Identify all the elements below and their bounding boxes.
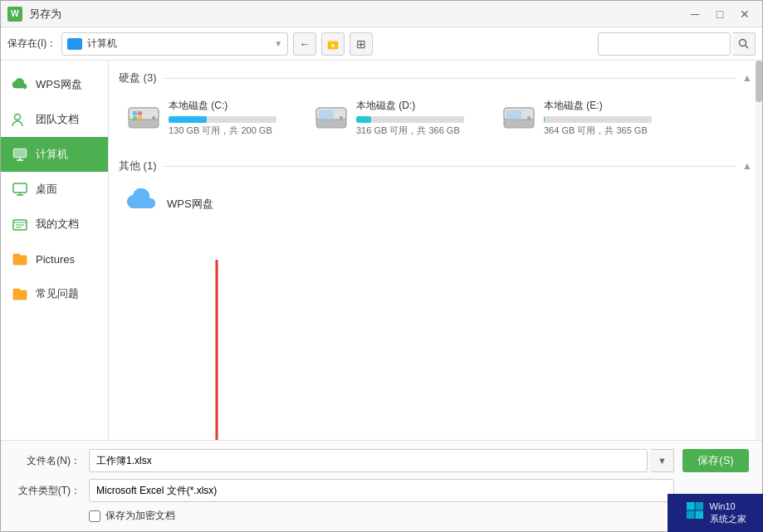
svg-point-30 bbox=[527, 116, 531, 120]
my-docs-icon bbox=[11, 215, 29, 233]
close-button[interactable]: ✕ bbox=[734, 5, 756, 23]
sidebar-label-my-docs: 我的文档 bbox=[36, 217, 79, 232]
sidebar-item-my-docs[interactable]: 我的文档 bbox=[1, 207, 108, 242]
sidebar-item-pictures[interactable]: Pictures bbox=[1, 242, 108, 276]
sidebar-item-common-issues[interactable]: 常见问题 bbox=[1, 276, 108, 311]
drive-c-bar bbox=[169, 116, 207, 123]
scrollbar-track[interactable] bbox=[756, 61, 762, 440]
location-drive-icon bbox=[67, 38, 82, 50]
svg-rect-35 bbox=[695, 502, 703, 510]
scrollbar-thumb[interactable] bbox=[756, 61, 762, 102]
drive-d-size: 316 GB 可用，共 366 GB bbox=[356, 124, 464, 137]
common-issues-folder-icon bbox=[11, 285, 29, 303]
drive-d-bar-container bbox=[356, 116, 464, 123]
sidebar-label-computer: 计算机 bbox=[36, 147, 68, 162]
drive-d-name: 本地磁盘 (D:) bbox=[356, 99, 464, 113]
sidebar-item-desktop[interactable]: 桌面 bbox=[1, 172, 108, 207]
drive-c-size: 130 GB 可用，共 200 GB bbox=[169, 124, 276, 137]
drive-e-header: 本地磁盘 (E:) 364 GB 可用，共 365 GB bbox=[501, 99, 662, 137]
filename-label: 文件名(N)： bbox=[14, 454, 81, 468]
team-icon bbox=[11, 110, 29, 129]
sidebar-item-wps-cloud[interactable]: WPS网盘 bbox=[1, 67, 108, 102]
section-collapse-icon[interactable]: ▲ bbox=[742, 72, 752, 84]
window-controls: ─ □ ✕ bbox=[684, 5, 756, 23]
sidebar-label-wps-cloud: WPS网盘 bbox=[36, 77, 82, 92]
encrypt-checkbox[interactable] bbox=[89, 510, 100, 522]
other-section-divider bbox=[164, 166, 736, 167]
filename-row: 文件名(N)： ▼ 保存(S) bbox=[14, 449, 749, 472]
drives-grid: 本地磁盘 (C:) 130 GB 可用，共 200 GB bbox=[119, 94, 752, 142]
drive-d-item[interactable]: 本地磁盘 (D:) 316 GB 可用，共 366 GB bbox=[306, 94, 481, 142]
svg-rect-1 bbox=[328, 41, 332, 42]
sidebar-label-team-docs: 团队文档 bbox=[36, 112, 79, 127]
drive-e-item[interactable]: 本地磁盘 (E:) 364 GB 可用，共 365 GB bbox=[494, 94, 668, 142]
location-dropdown[interactable]: 计算机 ▼ bbox=[61, 32, 288, 56]
drive-d-info: 本地磁盘 (D:) 316 GB 可用，共 366 GB bbox=[356, 99, 464, 137]
drive-c-info: 本地磁盘 (C:) 130 GB 可用，共 200 GB bbox=[169, 99, 276, 137]
svg-rect-23 bbox=[138, 116, 142, 120]
win10-text: Win10 系统之家 bbox=[710, 500, 746, 526]
drive-d-bar bbox=[356, 116, 371, 123]
filename-container: ▼ bbox=[89, 449, 674, 472]
filename-dropdown-arrow[interactable]: ▼ bbox=[651, 449, 674, 472]
cloud-icon bbox=[11, 76, 29, 94]
other-section-title: 其他 (1) bbox=[119, 159, 157, 173]
minimize-button[interactable]: ─ bbox=[684, 5, 706, 23]
other-section-header: 其他 (1) ▲ bbox=[119, 159, 752, 173]
location-text: 计算机 bbox=[87, 37, 269, 51]
drive-e-bar-container bbox=[544, 116, 652, 123]
sidebar-item-team-docs[interactable]: 团队文档 bbox=[1, 102, 108, 137]
save-as-dialog: W 另存为 ─ □ ✕ 保存在(I)： 计算机 ▼ ← ⊞ bbox=[0, 0, 763, 532]
drive-c-header: 本地磁盘 (C:) 130 GB 可用，共 200 GB bbox=[125, 99, 286, 137]
go-back-button[interactable]: ← bbox=[293, 32, 316, 56]
dropdown-arrow-icon: ▼ bbox=[274, 39, 282, 48]
svg-point-4 bbox=[740, 40, 746, 46]
hard-disk-section-header: 硬盘 (3) ▲ bbox=[119, 71, 752, 85]
pictures-folder-icon bbox=[11, 250, 29, 268]
drive-e-name: 本地磁盘 (E:) bbox=[544, 99, 652, 113]
hard-disk-title: 硬盘 (3) bbox=[119, 71, 157, 85]
sidebar-label-pictures: Pictures bbox=[36, 253, 75, 266]
desktop-icon bbox=[11, 180, 29, 198]
toolbar: 保存在(I)： 计算机 ▼ ← ⊞ bbox=[1, 27, 762, 61]
encrypt-label: 保存为加密文档 bbox=[105, 509, 175, 523]
sidebar: WPS网盘 团队文档 bbox=[1, 61, 109, 440]
section-divider bbox=[164, 78, 736, 79]
wps-cloud-drive-icon bbox=[125, 188, 159, 219]
drive-c-name: 本地磁盘 (C:) bbox=[169, 99, 276, 113]
drive-e-icon bbox=[501, 103, 537, 133]
wps-cloud-drive-item[interactable]: WPS网盘 bbox=[119, 182, 752, 226]
search-input[interactable] bbox=[598, 32, 731, 56]
encrypt-row: 保存为加密文档 bbox=[14, 509, 749, 523]
drive-c-bar-container bbox=[169, 116, 276, 123]
filetype-row: 文件类型(T)： bbox=[14, 479, 749, 502]
main-area: WPS网盘 团队文档 bbox=[1, 61, 762, 440]
annotation-arrow bbox=[117, 251, 316, 440]
save-button[interactable]: 保存(S) bbox=[682, 449, 749, 472]
svg-rect-20 bbox=[133, 111, 137, 115]
other-section-collapse-icon[interactable]: ▲ bbox=[742, 160, 752, 172]
drive-e-size: 364 GB 可用，共 365 GB bbox=[544, 124, 652, 137]
svg-rect-27 bbox=[319, 110, 334, 120]
win10-icon bbox=[685, 500, 705, 525]
filetype-input[interactable] bbox=[89, 479, 674, 502]
drive-e-info: 本地磁盘 (E:) 364 GB 可用，共 365 GB bbox=[544, 99, 652, 137]
bottom-bar: 文件名(N)： ▼ 保存(S) 文件类型(T)： 保存为加密文档 bbox=[1, 440, 762, 531]
view-toggle-button[interactable]: ⊞ bbox=[350, 32, 373, 56]
svg-rect-31 bbox=[506, 110, 521, 120]
drive-c-item[interactable]: 本地磁盘 (C:) 130 GB 可用，共 200 GB bbox=[119, 94, 293, 142]
wps-watermark: Win10 系统之家 bbox=[668, 494, 763, 532]
wps-cloud-drive-label: WPS网盘 bbox=[167, 197, 213, 212]
svg-rect-21 bbox=[138, 111, 142, 115]
title-bar-left: W 另存为 bbox=[7, 7, 61, 22]
svg-rect-22 bbox=[133, 116, 137, 120]
drive-d-header: 本地磁盘 (D:) 316 GB 可用，共 366 GB bbox=[313, 99, 474, 137]
drive-d-icon bbox=[313, 103, 350, 133]
maximize-button[interactable]: □ bbox=[709, 5, 731, 23]
new-folder-button[interactable] bbox=[321, 32, 345, 56]
save-in-label: 保存在(I)： bbox=[7, 37, 56, 51]
sidebar-item-computer[interactable]: 计算机 bbox=[1, 137, 108, 172]
search-button[interactable] bbox=[732, 32, 756, 56]
filename-input[interactable] bbox=[89, 449, 648, 472]
computer-icon bbox=[11, 145, 29, 164]
